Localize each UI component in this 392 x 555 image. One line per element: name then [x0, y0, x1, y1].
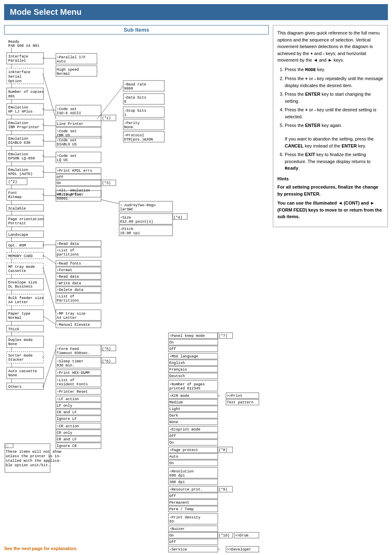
label-codeset-ibm: ›Code set	[57, 129, 77, 134]
label-mptraysize: ›MP tray size	[57, 312, 85, 316]
label-star10: (*10)	[219, 534, 230, 538]
arrow-emul-epson: ›	[42, 154, 44, 158]
label-note-line1: These items will not show	[6, 450, 62, 454]
label-listfonts: ›List of	[57, 378, 74, 382]
hint-1: For all setteing procedures, finalize th…	[277, 184, 383, 197]
label-craction: ›CR action	[57, 424, 79, 428]
label-databits-val: 8	[124, 100, 126, 104]
label-eco-off: Off	[169, 434, 176, 438]
label-bulkfeed-val: A4 Letter	[8, 300, 28, 304]
label-auto: Auto	[57, 60, 66, 64]
label-ecoprint: ›Ecoprint mode	[169, 428, 201, 432]
label-kpdlerrs: ›Print KPDL errs	[57, 169, 92, 173]
label-buzzer: ›Buzzer	[169, 527, 185, 531]
menu-diagram-svg: Ready PAR 600 A4 001 Interface Parallel …	[4, 37, 263, 542]
label-listfonts2: resident Fonts	[57, 382, 88, 387]
label-formfeed-val: Timeout 030sec.	[57, 351, 90, 355]
label-printdensity-val: 03	[169, 520, 174, 524]
svg-line-94	[44, 316, 56, 325]
right-panel-box: This diagram gives quick reference to th…	[273, 25, 388, 227]
label-light: Light	[169, 407, 180, 411]
label-protocol-val: DTR(pos.)&XON	[124, 138, 153, 142]
label-numpages: ›Number of pages	[169, 382, 205, 387]
label-kpdlerrs-off: Off	[57, 175, 63, 180]
label-formfeed: ›Form Feed	[57, 347, 79, 351]
label-protocol: ›Protocol	[124, 134, 144, 138]
label-size: ›Size	[120, 216, 131, 220]
label-sorter-val: Stacker	[8, 358, 24, 362]
arrow-kirmode: ›	[218, 394, 220, 398]
label-papertype: Paper type	[8, 312, 30, 316]
label-landscape: Landscape	[8, 233, 28, 237]
label-printdensity: ›Print density	[169, 516, 201, 520]
label-parallel: Parallel	[8, 59, 26, 63]
svg-rect-134	[168, 460, 218, 466]
label-star4: (*4)	[173, 216, 182, 220]
label-baudrate: ›Baud rate	[124, 83, 146, 87]
step-3: Press the ENTER key to start changing th…	[285, 91, 383, 104]
label-star2: (*2)	[8, 180, 17, 184]
label-note-line4: ble option unit/kit.	[6, 463, 50, 467]
step-4: Press the + or - key until the desired s…	[285, 106, 383, 120]
label-parity: ›Parity	[124, 121, 140, 125]
svg-rect-130	[168, 440, 218, 445]
label-buzzer-on: On	[169, 534, 174, 538]
label-codeset-diablo-val: DIABLO US	[57, 143, 77, 147]
label-buzzer-off: Off	[169, 540, 176, 544]
hint-2: You can use the illuminated ◄ (CONT) and…	[277, 200, 383, 220]
arrow-memcard: ›	[42, 254, 44, 258]
label-listpart: ›List of	[57, 249, 74, 253]
label-msglang: ›MSG language	[169, 355, 198, 359]
label-cronly: CR only	[57, 431, 72, 435]
label-numpages-val: printed 012345	[169, 387, 201, 391]
label-codeset-ibm-val: IBM US	[57, 134, 70, 138]
label-databits: ›Data bits	[124, 96, 146, 100]
label-developer: >>Developer	[227, 548, 251, 552]
label-codeset-hp: ›Code set	[57, 107, 77, 111]
svg-rect-72	[56, 180, 101, 186]
label-parity-val: None	[124, 125, 133, 129]
label-envsize-val: DL Business	[8, 285, 32, 289]
label-bitmapfont: ›Bitmap font	[57, 193, 83, 197]
label-option: Option	[8, 79, 21, 83]
label-star8: (*8)	[219, 448, 228, 452]
page-title: Mode Select Menu	[10, 7, 382, 17]
label-permanent: Permanent	[169, 501, 189, 505]
label-emul-diablo-val: DIABLO 630	[8, 141, 30, 145]
label-lfaction: ›LF action	[57, 397, 79, 401]
label-star3: (*3)	[102, 181, 111, 185]
step-5: Press the ENTER key again. If you want t…	[285, 122, 383, 149]
label-listpartmc: ›List of	[57, 295, 74, 299]
label-envsize: Envelope size	[8, 281, 37, 285]
description-text: This diagram gives quick reference to th…	[277, 30, 383, 64]
label-pageprotect: ›Page protect	[169, 448, 198, 452]
label-crandf: CR and LF	[57, 410, 77, 415]
label-medium: Medium	[169, 401, 182, 405]
label-par: PAR 600 A4 001	[8, 44, 39, 48]
label-service: ›Service	[169, 548, 187, 552]
right-panel: This diagram gives quick reference to th…	[273, 25, 388, 551]
svg-rect-144	[168, 532, 218, 538]
svg-line-92	[44, 269, 56, 313]
label-serial: Serial	[8, 75, 21, 79]
svg-line-52	[44, 76, 56, 119]
diagram-area: Sub Items Ready PAR 600 A4 001 Interface…	[4, 25, 269, 551]
label-pageori-val: Portrait	[8, 221, 26, 226]
label-300dpi: 300 dpi	[169, 480, 185, 484]
label-stopbits: ›Stop bits	[124, 109, 146, 113]
page-header: Mode Select Menu	[4, 4, 388, 20]
label-autocass: Auto cassette	[8, 369, 37, 373]
label-duplex: Duplex mode	[8, 338, 32, 342]
svg-line-96	[44, 349, 56, 386]
label-manelevate: ›Manual Elevate	[57, 323, 90, 327]
label-deletedata: ›Delete data	[57, 288, 83, 292]
label-numcopies: Number of copies	[8, 90, 44, 94]
arrow-optrom: ›	[42, 244, 44, 248]
arrow-emul-diablo: ›	[42, 138, 44, 143]
label-panelkeep: ›Panel keep mode	[169, 334, 205, 338]
label-inkterface: inkterface	[8, 70, 30, 74]
label-pp-on: On	[169, 461, 174, 465]
label-pageori: Page orientation	[8, 217, 44, 221]
label-emul-hp-val: HP LJ 4Plus	[8, 110, 32, 114]
label-codeset-diablo: ›Code set	[57, 138, 77, 143]
